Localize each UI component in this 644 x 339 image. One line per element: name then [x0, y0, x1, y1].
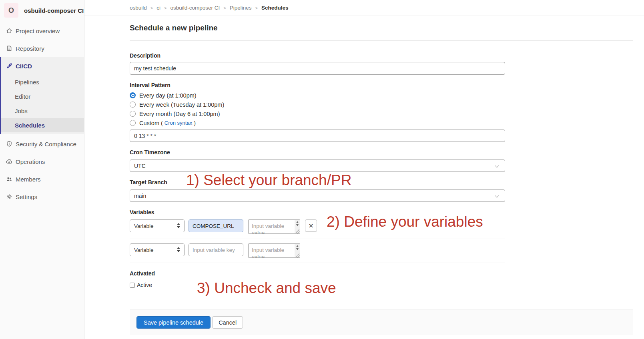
project-title: osbuild-composer CI — [24, 7, 84, 14]
sidebar-item-jobs[interactable]: Jobs — [1, 104, 84, 118]
cancel-button[interactable]: Cancel — [212, 316, 243, 329]
activated-label: Activated — [130, 270, 633, 277]
radio-icon[interactable] — [130, 111, 136, 117]
variable-key-input[interactable] — [189, 219, 243, 232]
radio-icon[interactable] — [130, 92, 136, 98]
save-pipeline-schedule-button[interactable]: Save pipeline schedule — [136, 316, 211, 329]
up-down-icon — [177, 223, 180, 228]
variable-type-value: Variable — [134, 247, 154, 253]
sidebar-item-label: Pipelines — [15, 79, 39, 86]
sidebar-item-label: Schedules — [15, 122, 45, 129]
sidebar-nav: Project overview Repository CI/CD — [0, 22, 84, 205]
sidebar-item-label: CI/CD — [16, 63, 32, 70]
radio-label: Every day (at 1:00pm) — [139, 92, 197, 99]
variable-value-textarea[interactable]: Input variable value — [248, 219, 300, 234]
up-down-icon — [177, 247, 180, 252]
variable-key-input[interactable] — [189, 243, 243, 256]
sidebar-item-settings[interactable]: Settings — [0, 188, 84, 205]
radio-label: ) — [194, 120, 196, 126]
sidebar-item-label: Members — [16, 176, 41, 183]
radio-custom[interactable]: Custom ( Cron syntax ) — [130, 120, 633, 126]
cron-pattern-input[interactable] — [130, 130, 505, 142]
target-branch-select[interactable]: main — [130, 189, 505, 202]
sidebar-item-schedules[interactable]: Schedules — [1, 118, 84, 132]
radio-label: Custom ( — [139, 120, 163, 126]
breadcrumb: osbuild > ci > osbuild-composer CI > Pip… — [84, 0, 644, 16]
cron-timezone-label: Cron Timezone — [130, 149, 633, 156]
variable-type-select[interactable]: Variable — [130, 219, 185, 232]
radio-every-day[interactable]: Every day (at 1:00pm) — [130, 92, 633, 99]
breadcrumb-item-pipelines[interactable]: Pipelines — [230, 5, 252, 11]
breadcrumb-separator: > — [150, 6, 153, 10]
sidebar-item-label: Security & Compliance — [16, 141, 76, 148]
sidebar-item-operations[interactable]: Operations — [0, 153, 84, 170]
variable-value-placeholder: Input variable value — [252, 247, 290, 258]
cron-timezone-select[interactable]: UTC — [130, 160, 505, 172]
variables-label: Variables — [130, 209, 633, 215]
variable-value-placeholder: Input variable value — [252, 223, 290, 234]
radio-every-week[interactable]: Every week (Tuesday at 1:00pm) — [130, 101, 633, 108]
breadcrumb-separator: > — [164, 6, 167, 10]
description-label: Description — [130, 52, 633, 59]
main-area: osbuild > ci > osbuild-composer CI > Pip… — [84, 0, 644, 335]
variable-type-value: Variable — [134, 223, 154, 229]
cicd-section: CI/CD Pipelines Editor Jobs Schedules — [0, 57, 84, 134]
people-icon — [6, 176, 12, 182]
variable-row: Variable Input variable value — [130, 243, 633, 258]
active-checkbox-label: Active — [137, 282, 152, 288]
radio-every-month[interactable]: Every month (Day 6 at 1:00pm) — [130, 110, 633, 117]
shield-icon — [6, 141, 12, 147]
sidebar-item-security-compliance[interactable]: Security & Compliance — [0, 135, 84, 153]
sidebar-item-pipelines[interactable]: Pipelines — [1, 75, 84, 89]
form-actions: Save pipeline schedule Cancel — [130, 309, 633, 335]
home-icon — [6, 28, 12, 34]
resize-grip-icon[interactable] — [296, 253, 300, 257]
sidebar-item-repository[interactable]: Repository — [0, 40, 84, 57]
cloud-gear-icon — [6, 158, 12, 165]
sidebar-item-editor[interactable]: Editor — [1, 89, 84, 104]
resize-grip-icon[interactable] — [296, 229, 300, 233]
variable-value-textarea[interactable]: Input variable value — [248, 243, 300, 258]
active-checkbox-row[interactable]: Active — [130, 282, 633, 288]
interval-pattern-options: Every day (at 1:00pm) Every week (Tuesda… — [130, 92, 633, 126]
target-branch-value: main — [134, 193, 146, 199]
radio-label: Every month (Day 6 at 1:00pm) — [139, 111, 220, 117]
remove-variable-button[interactable]: ✕ — [305, 219, 317, 232]
cron-timezone-value: UTC — [134, 163, 146, 169]
chevron-down-icon — [495, 164, 499, 168]
target-branch-label: Target Branch — [130, 179, 633, 185]
sidebar-item-label: Project overview — [16, 28, 60, 34]
breadcrumb-item-project[interactable]: osbuild-composer CI — [170, 5, 220, 11]
interval-pattern-label: Interval Pattern — [130, 82, 633, 88]
title-divider — [130, 40, 633, 41]
variable-row: Variable Input variable value ✕ — [130, 219, 633, 234]
sidebar-item-label: Settings — [16, 193, 37, 200]
rocket-icon — [6, 63, 12, 69]
sidebar-item-members[interactable]: Members — [0, 170, 84, 188]
active-checkbox[interactable] — [130, 283, 135, 288]
sidebar-item-project-overview[interactable]: Project overview — [0, 22, 84, 40]
gear-icon — [6, 193, 12, 200]
radio-icon[interactable] — [130, 120, 136, 126]
radio-label: Every week (Tuesday at 1:00pm) — [139, 102, 224, 108]
project-avatar: O — [4, 3, 18, 18]
cron-syntax-link[interactable]: Cron syntax — [165, 120, 192, 126]
document-icon — [6, 45, 12, 52]
project-sidebar: O osbuild-composer CI Project overview R… — [0, 0, 84, 339]
sidebar-item-cicd[interactable]: CI/CD — [1, 57, 84, 75]
variable-type-select[interactable]: Variable — [130, 243, 185, 256]
chevron-down-icon — [495, 194, 499, 198]
variables-divider — [130, 239, 505, 239]
page-title: Schedule a new pipeline — [130, 24, 633, 32]
breadcrumb-item-ci[interactable]: ci — [156, 5, 160, 11]
project-header[interactable]: O osbuild-composer CI — [0, 0, 84, 21]
radio-icon[interactable] — [130, 102, 136, 108]
sidebar-item-label: Jobs — [15, 108, 28, 114]
breadcrumb-separator: > — [223, 6, 226, 10]
sidebar-item-label: Operations — [16, 158, 45, 165]
breadcrumb-separator: > — [255, 6, 257, 10]
sidebar-item-label: Editor — [15, 93, 30, 100]
description-input[interactable] — [130, 62, 505, 75]
breadcrumb-item-schedules: Schedules — [261, 5, 289, 11]
breadcrumb-item-osbuild[interactable]: osbuild — [130, 5, 147, 11]
